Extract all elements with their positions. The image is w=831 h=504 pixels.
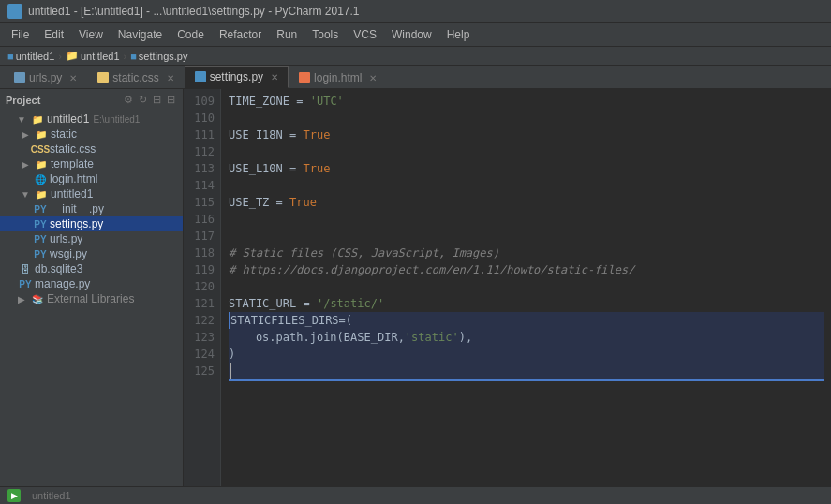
tree-label-pkg: untitled1 [51,187,93,200]
py-file-icon-urls: PY [34,232,47,245]
folder-icon-pkg: 📁 [35,187,48,200]
comment-118: # Static files (CSS, JavaScript, Images) [229,245,499,261]
code-line-109: TIME_ZONE = 'UTC' [229,93,824,110]
tab-close-urls[interactable]: ✕ [69,73,77,83]
code-line-112 [229,143,824,160]
sidebar-action-collapse[interactable]: ⊟ [151,93,163,107]
tree-item-login-html[interactable]: 🌐 login.html [0,171,183,186]
code-line-111: USE_I18N = True [229,126,824,143]
tree-item-urls[interactable]: PY urls.py [0,231,183,246]
editor[interactable]: 109 110 111 112 113 114 115 116 117 118 … [184,89,831,486]
py-file-icon-settings: PY [34,217,47,230]
sidebar-action-sync[interactable]: ↻ [137,93,149,107]
folder-icon-static: 📁 [35,127,48,141]
line-num-115: 115 [189,194,215,211]
tab-settings[interactable]: settings.py ✕ [185,66,289,88]
tab-close-css[interactable]: ✕ [167,73,174,83]
breadcrumb-sep2: › [124,51,127,62]
cursor [230,363,238,379]
menu-file[interactable]: File [4,25,37,44]
tree-label-login: login.html [50,172,97,185]
tree-item-static-folder[interactable]: ▶ 📁 static [0,126,183,141]
var-os-path: os.path.join [229,329,337,346]
tree-label-urls: urls.py [50,232,82,245]
tree-item-ext-libs[interactable]: ▶ 📚 External Libraries [0,291,183,306]
menu-navigate[interactable]: Navigate [111,25,170,44]
code-line-124: ) [229,346,824,363]
code-area[interactable]: TIME_ZONE = 'UTC' USE_I18N = True USE_L1… [221,89,831,486]
tab-urls[interactable]: urls.py ✕ [4,67,87,88]
sidebar-action-settings[interactable]: ⚙ [122,93,135,107]
var-static-url: STATIC_URL [229,295,296,312]
tree-item-db[interactable]: 🗄 db.sqlite3 [0,261,183,276]
breadcrumb-file-icon: ■ [130,51,137,62]
tree-item-init[interactable]: PY __init__.py [0,201,183,216]
line-num-110: 110 [189,110,215,126]
var-basedir: BASE_DIR [344,329,398,346]
editor-blank [229,381,824,456]
folder-icon-bc: 📁 [66,50,79,62]
editor-content: 109 110 111 112 113 114 115 116 117 118 … [184,89,831,486]
line-num-122: 122 [189,312,215,329]
breadcrumb-part2[interactable]: untitled1 [81,51,120,62]
line-num-124: 124 [189,346,215,363]
sidebar-header: Project ⚙ ↻ ⊟ ⊞ [0,89,183,111]
menu-window[interactable]: Window [384,25,439,44]
var-staticfiles-dirs: STATICFILES_DIRS [230,312,339,329]
breadcrumb-sep1: › [58,51,62,62]
tree-label-db: db.sqlite3 [35,262,82,275]
tree-item-static-css[interactable]: CSS static.css [0,141,183,156]
code-line-123: os.path.join(BASE_DIR,'static'), [229,329,824,346]
title-bar: untitled1 - [E:\untitled1] - ...\untitle… [0,0,831,23]
tree-label-template: template [51,157,94,170]
line-num-117: 117 [189,228,215,245]
tree-label-settings: settings.py [50,217,103,230]
code-line-120 [229,278,824,295]
breadcrumb-part1[interactable]: untitled1 [16,51,55,62]
breadcrumb-part3[interactable]: settings.py [139,51,188,62]
tree-item-root[interactable]: ▼ 📁 untitled1 E:\untitled1 [0,111,183,126]
menu-view[interactable]: View [71,25,111,44]
expand-icon-template: ▶ [19,157,32,170]
tree-label-manage: manage.py [35,277,90,290]
tree-item-wsgi[interactable]: PY wsgi.py [0,246,183,261]
tree-item-settings[interactable]: PY settings.py [0,216,183,231]
tab-label-settings: settings.py [210,70,263,83]
menu-run[interactable]: Run [269,25,304,44]
tab-icon-login [299,72,310,83]
tab-icon-settings [195,71,206,82]
menu-tools[interactable]: Tools [304,25,346,44]
var-timezone: TIME_ZONE [229,93,289,110]
menu-help[interactable]: Help [439,25,478,44]
line-num-118: 118 [189,245,215,261]
line-num-111: 111 [189,126,215,143]
var-l10n: USE_L10N [229,160,283,177]
py-file-icon-init: PY [34,202,47,215]
line-num-116: 116 [189,211,215,228]
menu-code[interactable]: Code [170,25,212,44]
code-line-119: # https://docs.djangoproject.com/en/1.11… [229,261,824,278]
run-icon[interactable]: ▶ [7,489,21,502]
line-numbers: 109 110 111 112 113 114 115 116 117 118 … [184,89,221,486]
tree-item-template-folder[interactable]: ▶ 📁 template [0,156,183,171]
folder-icon-template: 📁 [35,157,48,170]
sidebar-action-expand[interactable]: ⊞ [165,93,177,107]
var-i18n: USE_I18N [229,126,283,143]
tab-icon-css [97,72,109,83]
line-num-114: 114 [189,177,215,194]
tree-item-untitled1-pkg[interactable]: ▼ 📁 untitled1 [0,186,183,201]
comment-119: # https://docs.djangoproject.com/en/1.11… [229,261,634,278]
tab-label-urls: urls.py [29,71,62,84]
line-num-112: 112 [189,143,215,160]
tree-item-manage[interactable]: PY manage.py [0,276,183,291]
menu-vcs[interactable]: VCS [346,25,384,44]
breadcrumb-icon: ■ [7,51,14,62]
menu-edit[interactable]: Edit [37,25,71,44]
bottom-bar: ▶ untitled1 [0,486,831,504]
tab-icon-urls [14,72,25,83]
menu-refactor[interactable]: Refactor [212,25,269,44]
tab-login[interactable]: login.html ✕ [289,67,387,88]
tab-close-settings[interactable]: ✕ [271,72,278,82]
tab-close-login[interactable]: ✕ [369,73,377,83]
tab-static-css[interactable]: static.css ✕ [87,67,184,88]
